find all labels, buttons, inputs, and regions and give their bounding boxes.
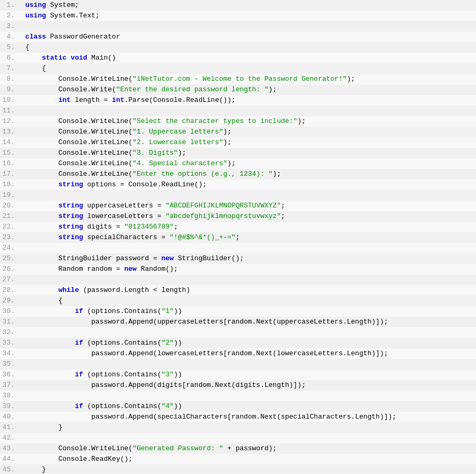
line-number: 12.: [0, 116, 21, 127]
token-plain: options = Console.ReadLine();: [83, 181, 207, 188]
token-kw: string: [58, 181, 83, 188]
code-line-10: 10. int length = int.Parse(Console.ReadL…: [0, 95, 476, 106]
line-content: if (options.Contains("3")): [21, 369, 476, 380]
token-kw: string: [58, 202, 83, 210]
code-line-32: 32.: [0, 327, 476, 338]
line-number: 43.: [0, 443, 21, 454]
code-line-28: 28. while (password.Length < length): [0, 285, 476, 296]
token-plain: [25, 233, 58, 241]
line-number: 42.: [0, 433, 21, 443]
line-content: {: [21, 296, 476, 306]
token-plain: password.Append(digits[random.Next(digit…: [25, 381, 306, 389]
line-content: {: [21, 42, 476, 53]
token-plain: [25, 402, 75, 410]
token-plain: [25, 96, 58, 104]
token-plain: StringBuilder();: [174, 254, 244, 262]
token-plain: Console.WriteLine(: [25, 138, 133, 146]
line-content: while (password.Length < length): [21, 285, 476, 296]
line-number: 27.: [0, 274, 21, 285]
token-plain: Console.WriteLine(: [25, 117, 133, 125]
token-plain: System.Text;: [46, 12, 99, 20]
token-plain: password.Append(uppercaseLetters[random.…: [25, 318, 388, 326]
line-number: 8.: [0, 74, 21, 84]
token-str: "Select the character types to include:": [133, 117, 297, 125]
token-plain: ;: [281, 212, 285, 220]
line-number: 38.: [0, 391, 21, 401]
token-plain: [25, 286, 58, 294]
token-str: "Enter the options (e.g., 1234): ": [133, 170, 273, 178]
code-line-44: 44. Console.ReadKey();: [0, 454, 476, 464]
code-line-38: 38.: [0, 391, 476, 401]
line-number: 1.: [0, 0, 21, 11]
code-line-33: 33. if (options.Contains("2")): [0, 338, 476, 348]
token-plain: ;: [174, 223, 178, 231]
token-str: "Generated Password: ": [133, 444, 223, 452]
token-plain: [25, 371, 75, 378]
code-line-30: 30. if (options.Contains("1")): [0, 306, 476, 317]
token-str: "ABCDEFGHIJKLMNOPQRSTUVWXYZ": [165, 202, 281, 210]
token-str: "1. Uppercase letters": [133, 128, 223, 136]
line-content: class PasswordGenerator: [21, 32, 476, 42]
line-number: 37.: [0, 380, 21, 391]
token-str: "!@#$%^&*()_+-=": [170, 233, 236, 241]
line-content: Random random = new Random();: [21, 264, 476, 274]
code-line-39: 39. if (options.Contains("4")): [0, 401, 476, 412]
token-plain: )): [174, 402, 182, 410]
line-content: [21, 190, 476, 201]
line-number: 40.: [0, 412, 21, 422]
line-number: 15.: [0, 148, 21, 158]
line-content: Console.Write("Enter the desired passwor…: [21, 84, 476, 95]
line-number: 21.: [0, 211, 21, 222]
line-content: if (options.Contains("1")): [21, 306, 476, 317]
token-plain: );: [178, 149, 186, 157]
line-content: Console.WriteLine("Select the character …: [21, 116, 476, 127]
line-number: 25.: [0, 253, 21, 264]
token-plain: uppercaseLetters =: [83, 202, 165, 210]
token-plain: Console.Write(: [25, 86, 116, 93]
code-line-9: 9. Console.Write("Enter the desired pass…: [0, 84, 476, 95]
code-line-41: 41. }: [0, 422, 476, 433]
token-plain: .Parse(Console.ReadLine());: [124, 96, 236, 104]
code-line-21: 21. string lowercaseLetters = "abcdefghi…: [0, 211, 476, 222]
token-kw: if: [75, 402, 83, 410]
token-str: "4": [161, 402, 173, 410]
token-plain: );: [273, 170, 281, 178]
line-number: 11.: [0, 106, 21, 116]
line-number: 28.: [0, 285, 21, 296]
token-kw: static: [42, 54, 67, 62]
token-plain: [25, 202, 58, 210]
code-line-43: 43. Console.WriteLine("Generated Passwor…: [0, 443, 476, 454]
line-number: 17.: [0, 169, 21, 179]
line-number: 3.: [0, 21, 21, 32]
token-kw: int: [112, 96, 124, 104]
line-number: 9.: [0, 84, 21, 95]
token-kw: new: [161, 254, 173, 262]
line-number: 16.: [0, 158, 21, 169]
line-content: static void Main(): [21, 53, 476, 63]
code-line-16: 16. Console.WriteLine("4. Special charac…: [0, 158, 476, 169]
code-line-24: 24.: [0, 243, 476, 253]
token-kw: using: [25, 12, 46, 20]
line-content: Console.WriteLine("2. Lowercase letters"…: [21, 137, 476, 148]
line-content: int length = int.Parse(Console.ReadLine(…: [21, 95, 476, 106]
line-content: Console.ReadKey();: [21, 454, 476, 464]
token-kw: string: [58, 223, 83, 231]
token-kw: using: [25, 1, 46, 9]
line-number: 41.: [0, 422, 21, 433]
token-kw: string: [58, 212, 83, 220]
line-content: if (options.Contains("2")): [21, 338, 476, 348]
line-content: Console.WriteLine("1. Uppercase letters"…: [21, 127, 476, 137]
line-content: string digits = "0123456789";: [21, 222, 476, 232]
token-plain: Random();: [137, 265, 178, 273]
line-number: 7.: [0, 63, 21, 74]
line-number: 2.: [0, 11, 21, 21]
token-plain: Console.ReadKey();: [25, 455, 133, 463]
token-str: "0123456789": [124, 223, 174, 231]
token-str: "2": [161, 339, 173, 347]
line-content: }: [21, 464, 476, 474]
token-plain: lowercaseLetters =: [83, 212, 165, 220]
token-kw: void: [71, 54, 87, 62]
token-plain: password.Append(specialCharacters[random…: [25, 413, 396, 421]
token-plain: );: [223, 128, 231, 136]
token-plain: ;: [281, 202, 285, 210]
